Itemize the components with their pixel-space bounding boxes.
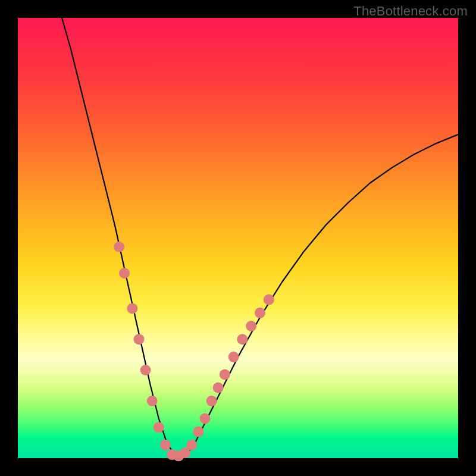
curve-markers: [114, 242, 274, 462]
curve-marker: [193, 427, 203, 437]
curve-marker: [246, 321, 256, 331]
curve-marker: [140, 365, 151, 375]
bottleneck-curve: [62, 18, 458, 456]
curve-marker: [114, 242, 124, 252]
curve-marker: [264, 295, 274, 305]
curve-marker: [160, 440, 171, 450]
curve-marker: [134, 334, 145, 345]
curve-marker: [237, 334, 248, 345]
curve-marker: [228, 352, 239, 362]
curve-marker: [147, 396, 158, 406]
curve-marker: [220, 369, 230, 380]
curve-marker: [119, 268, 130, 278]
curve-marker: [213, 383, 224, 393]
plot-area: [18, 18, 458, 458]
curve-marker: [127, 303, 137, 314]
curve-marker: [206, 396, 217, 406]
curve-layer: [18, 18, 458, 458]
curve-marker: [200, 413, 211, 424]
chart-frame: TheBottleneck.com: [0, 0, 476, 476]
curve-marker: [154, 422, 164, 433]
curve-marker: [186, 440, 197, 450]
watermark-label: TheBottleneck.com: [353, 4, 468, 19]
curve-marker: [255, 308, 265, 318]
